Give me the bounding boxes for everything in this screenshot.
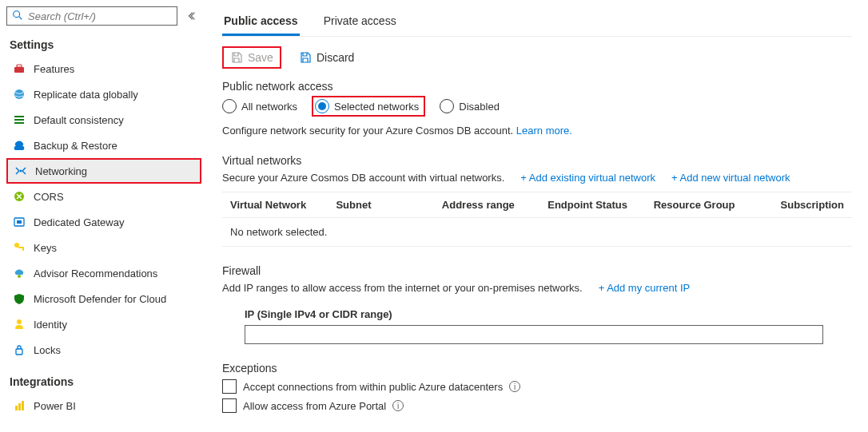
sidebar-item-defender[interactable]: Microsoft Defender for Cloud bbox=[6, 286, 201, 311]
public-access-helper: Configure network security for your Azur… bbox=[222, 125, 852, 137]
sidebar-item-backup[interactable]: Backup & Restore bbox=[6, 133, 201, 158]
radio-label: Disabled bbox=[459, 101, 500, 113]
radio-selected-networks[interactable]: Selected networks bbox=[312, 96, 425, 117]
radio-label: All networks bbox=[241, 101, 297, 113]
learn-more-link[interactable]: Learn more. bbox=[516, 125, 572, 137]
search-icon bbox=[12, 10, 23, 23]
sidebar-item-consistency[interactable]: Default consistency bbox=[6, 107, 201, 133]
vnet-table-header: Virtual Network Subnet Address range End… bbox=[222, 192, 852, 218]
exceptions-title: Exceptions bbox=[222, 362, 852, 375]
sidebar: Settings Features Replicate data globall… bbox=[0, 0, 206, 432]
backup-icon bbox=[13, 139, 26, 152]
search-box[interactable] bbox=[6, 6, 177, 26]
radio-icon bbox=[222, 99, 237, 113]
radio-disabled[interactable]: Disabled bbox=[440, 99, 500, 113]
radio-icon bbox=[440, 99, 454, 113]
info-icon[interactable]: i bbox=[509, 381, 520, 392]
sidebar-item-powerbi[interactable]: Power BI bbox=[6, 393, 201, 418]
info-icon[interactable]: i bbox=[392, 400, 404, 411]
sidebar-item-features[interactable]: Features bbox=[6, 56, 201, 81]
checkbox-icon bbox=[222, 398, 237, 413]
vnet-title: Virtual networks bbox=[222, 154, 852, 167]
exception-allow-portal[interactable]: Allow access from Azure Portal i bbox=[222, 398, 852, 413]
tab-public-access[interactable]: Public access bbox=[222, 6, 300, 36]
lock-icon bbox=[13, 343, 26, 356]
ip-input[interactable] bbox=[245, 325, 823, 344]
exception-accept-azure-dc[interactable]: Accept connections from within public Az… bbox=[222, 379, 852, 394]
vnet-empty-row: No network selected. bbox=[222, 218, 852, 247]
identity-icon bbox=[13, 318, 26, 331]
save-button[interactable]: Save bbox=[222, 46, 281, 69]
sidebar-item-advisor[interactable]: Advisor Recommendations bbox=[6, 260, 201, 286]
sidebar-item-label: Networking bbox=[35, 165, 87, 177]
main-content: Public access Private access Save Discar… bbox=[206, 0, 868, 432]
shield-icon bbox=[13, 292, 26, 305]
sidebar-item-label: Identity bbox=[34, 319, 67, 331]
checkbox-label: Accept connections from within public Az… bbox=[243, 381, 503, 393]
sidebar-item-networking[interactable]: Networking bbox=[6, 158, 201, 184]
checkbox-label: Allow access from Azure Portal bbox=[243, 400, 386, 412]
sidebar-item-label: Keys bbox=[34, 242, 57, 254]
sidebar-item-label: Features bbox=[34, 63, 74, 75]
gateway-icon bbox=[13, 216, 26, 228]
svg-point-15 bbox=[18, 275, 21, 278]
sidebar-item-label: Replicate data globally bbox=[34, 89, 138, 101]
collapse-sidebar-button[interactable] bbox=[182, 6, 201, 26]
sidebar-item-cors[interactable]: CORS bbox=[6, 184, 201, 209]
ip-field-label: IP (Single IPv4 or CIDR range) bbox=[222, 302, 852, 325]
col-status: Endpoint Status bbox=[547, 199, 653, 211]
svg-point-8 bbox=[20, 170, 22, 172]
sidebar-item-label: Default consistency bbox=[34, 114, 124, 126]
networking-icon bbox=[14, 164, 27, 177]
svg-point-4 bbox=[14, 89, 24, 99]
search-input[interactable] bbox=[28, 10, 172, 22]
radio-label: Selected networks bbox=[334, 101, 419, 113]
col-sub: Subscription bbox=[759, 199, 844, 211]
sidebar-item-gateway[interactable]: Dedicated Gateway bbox=[6, 209, 201, 235]
sidebar-item-keys[interactable]: Keys bbox=[6, 235, 201, 260]
sidebar-item-identity[interactable]: Identity bbox=[6, 311, 201, 337]
svg-point-0 bbox=[14, 10, 20, 17]
sidebar-item-replicate[interactable]: Replicate data globally bbox=[6, 81, 201, 107]
add-current-ip-link[interactable]: + Add my current IP bbox=[599, 282, 691, 294]
svg-rect-13 bbox=[18, 247, 24, 248]
advisor-icon bbox=[13, 267, 26, 279]
toolbox-icon bbox=[13, 62, 26, 75]
svg-point-16 bbox=[17, 319, 22, 324]
firewall-subtext: Add IP ranges to allow access from the i… bbox=[222, 282, 583, 294]
toolbar: Save Discard bbox=[222, 46, 852, 69]
radio-all-networks[interactable]: All networks bbox=[222, 99, 297, 113]
sidebar-item-label: Advisor Recommendations bbox=[34, 268, 157, 279]
svg-line-1 bbox=[19, 16, 22, 19]
consistency-icon bbox=[13, 113, 26, 126]
sidebar-section-settings: Settings bbox=[6, 34, 201, 56]
svg-rect-14 bbox=[22, 248, 24, 251]
save-icon bbox=[230, 51, 243, 64]
radio-icon bbox=[315, 99, 329, 113]
svg-rect-17 bbox=[16, 349, 22, 355]
sidebar-item-label: Microsoft Defender for Cloud bbox=[34, 293, 166, 305]
sidebar-section-integrations: Integrations bbox=[6, 371, 201, 393]
key-icon bbox=[13, 241, 26, 254]
discard-button[interactable]: Discard bbox=[293, 46, 360, 69]
svg-rect-11 bbox=[17, 220, 22, 224]
sidebar-item-label: Dedicated Gateway bbox=[34, 216, 124, 228]
public-access-radio-group: All networks Selected networks Disabled bbox=[222, 96, 852, 117]
sidebar-item-locks[interactable]: Locks bbox=[6, 337, 201, 363]
discard-icon bbox=[299, 51, 312, 64]
sidebar-item-label: Backup & Restore bbox=[34, 140, 117, 152]
add-new-vnet-link[interactable]: + Add new virtual network bbox=[671, 172, 790, 184]
vnet-table: Virtual Network Subnet Address range End… bbox=[222, 192, 852, 247]
svg-rect-3 bbox=[17, 65, 22, 67]
col-rg: Resource Group bbox=[654, 199, 759, 211]
cors-icon bbox=[13, 190, 26, 203]
sidebar-item-label: Power BI bbox=[34, 400, 76, 412]
col-vnet-name: Virtual Network bbox=[230, 199, 336, 211]
svg-rect-19 bbox=[18, 403, 21, 410]
tab-private-access[interactable]: Private access bbox=[322, 6, 398, 36]
powerbi-icon bbox=[13, 399, 26, 412]
save-button-label: Save bbox=[248, 51, 273, 64]
add-existing-vnet-link[interactable]: + Add existing virtual network bbox=[520, 172, 655, 184]
tab-bar: Public access Private access bbox=[222, 6, 852, 37]
sidebar-item-label: Locks bbox=[34, 344, 61, 356]
